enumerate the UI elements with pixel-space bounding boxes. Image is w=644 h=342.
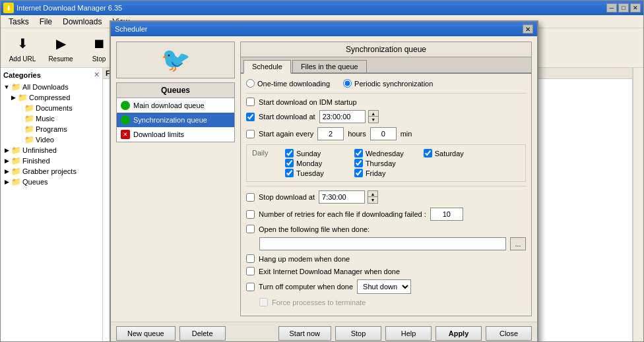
start-download-at-checkbox[interactable] bbox=[246, 113, 255, 121]
footer-left: New queue Delete bbox=[116, 326, 226, 341]
menu-tasks[interactable]: Tasks bbox=[3, 16, 34, 28]
sidebar-title: Categories bbox=[3, 71, 41, 79]
open-file-checkbox[interactable] bbox=[246, 225, 255, 233]
sidebar-label-all: All Downloads bbox=[22, 83, 69, 91]
dialog-close-button[interactable]: ✕ bbox=[523, 24, 533, 34]
browse-button[interactable]: ... bbox=[510, 237, 526, 250]
maximize-button[interactable]: □ bbox=[618, 3, 629, 13]
turn-off-checkbox[interactable] bbox=[246, 283, 255, 291]
title-bar-left: ⬇ Internet Download Manager 6.35 bbox=[3, 3, 122, 13]
turn-off-row: Turn off computer when done Shut down Re… bbox=[246, 279, 526, 294]
folder-icon-music: 📁 bbox=[24, 114, 34, 123]
folder-icon-queues: 📁 bbox=[11, 177, 21, 186]
sidebar-item-unfinished[interactable]: ▶ 📁 Unfinished bbox=[3, 145, 100, 156]
sidebar-item-programs[interactable]: 📁 Programs bbox=[3, 124, 100, 134]
stop-time-spinner[interactable]: ▲ ▼ bbox=[368, 190, 378, 204]
queue-item-main[interactable]: Main download queue bbox=[117, 98, 234, 113]
spin-up-start[interactable]: ▲ bbox=[369, 111, 378, 117]
dialog-footer: New queue Delete Start now Stop Help App… bbox=[111, 322, 537, 342]
resume-icon: ▶ bbox=[50, 33, 71, 54]
stop-download-row: Stop download at ▲ ▼ bbox=[246, 190, 526, 204]
minimize-button[interactable]: ─ bbox=[606, 3, 617, 13]
file-path-input[interactable] bbox=[259, 237, 506, 250]
radio-periodic[interactable]: Periodic synchronization bbox=[343, 79, 433, 88]
close-button[interactable]: ✕ bbox=[630, 3, 641, 13]
stop-button-footer[interactable]: Stop bbox=[335, 326, 381, 341]
start-again-label: Start again every bbox=[259, 130, 313, 138]
sidebar-item-queues[interactable]: ▶ 📁 Queues bbox=[3, 177, 100, 187]
sidebar-header: Categories ✕ bbox=[3, 71, 100, 79]
start-time-group: ▲ ▼ bbox=[319, 110, 379, 123]
resume-button[interactable]: ▶ Resume bbox=[44, 33, 77, 63]
tab-files-in-queue[interactable]: Files in the queue bbox=[292, 60, 367, 72]
start-now-button[interactable]: Start now bbox=[278, 326, 331, 341]
tree-toggle-all: ▼ bbox=[3, 84, 10, 90]
tuesday-checkbox[interactable] bbox=[285, 169, 294, 177]
start-again-min-input[interactable] bbox=[370, 127, 397, 140]
start-again-checkbox[interactable] bbox=[246, 130, 255, 138]
day-wednesday: Wednesday bbox=[354, 149, 404, 157]
retries-checkbox[interactable] bbox=[246, 210, 255, 219]
hangup-checkbox[interactable] bbox=[246, 254, 255, 263]
spin-down-start[interactable]: ▼ bbox=[369, 117, 378, 123]
spin-up-stop[interactable]: ▲ bbox=[368, 191, 377, 197]
sync-panel: Synchronization queue Schedule Files in … bbox=[240, 42, 532, 316]
queue-label-main: Main download queue bbox=[133, 101, 205, 109]
start-again-hours-input[interactable] bbox=[317, 127, 344, 140]
sidebar-close-button[interactable]: ✕ bbox=[94, 71, 100, 79]
stop-download-checkbox[interactable] bbox=[246, 193, 255, 202]
delete-button[interactable]: Delete bbox=[179, 326, 226, 341]
sidebar-item-all-downloads[interactable]: ▼ 📁 All Downloads bbox=[3, 82, 100, 92]
wednesday-checkbox[interactable] bbox=[354, 149, 363, 157]
close-button-footer[interactable]: Close bbox=[486, 326, 532, 341]
queue-item-limits[interactable]: ✕ Download limits bbox=[117, 127, 234, 142]
monday-label: Monday bbox=[296, 159, 322, 167]
start-time-input[interactable] bbox=[319, 110, 366, 123]
force-processes-checkbox[interactable] bbox=[259, 298, 268, 306]
add-url-icon: ⬇ bbox=[12, 33, 33, 54]
thursday-checkbox[interactable] bbox=[354, 159, 363, 167]
help-button[interactable]: Help bbox=[385, 326, 432, 341]
new-queue-button[interactable]: New queue bbox=[116, 326, 176, 341]
folder-icon-unfinished: 📁 bbox=[11, 146, 21, 155]
tab-schedule[interactable]: Schedule bbox=[243, 60, 291, 74]
menu-file[interactable]: File bbox=[34, 16, 57, 28]
tree-toggle-queues: ▶ bbox=[3, 179, 10, 185]
sidebar-item-grabber[interactable]: ▶ 📁 Grabber projects bbox=[3, 166, 100, 177]
sidebar-item-music[interactable]: 📁 Music bbox=[3, 113, 100, 124]
saturday-checkbox[interactable] bbox=[424, 149, 432, 157]
sunday-checkbox[interactable] bbox=[285, 149, 294, 157]
start-on-startup-checkbox[interactable] bbox=[246, 98, 255, 106]
sidebar-label-compressed: Compressed bbox=[29, 94, 70, 101]
monday-checkbox[interactable] bbox=[285, 159, 294, 167]
stop-time-input[interactable] bbox=[319, 190, 365, 204]
retries-input[interactable] bbox=[430, 208, 463, 221]
add-url-label: Add URL bbox=[9, 55, 36, 63]
folder-icon-programs: 📁 bbox=[24, 125, 34, 134]
periodic-radio[interactable] bbox=[343, 79, 352, 88]
apply-button[interactable]: Apply bbox=[435, 326, 482, 341]
scrollbar[interactable] bbox=[633, 68, 643, 342]
queue-item-sync[interactable]: Synchronization queue bbox=[117, 113, 234, 127]
exit-idm-checkbox[interactable] bbox=[246, 267, 255, 275]
folder-icon-grabber: 📁 bbox=[11, 167, 21, 176]
queue-label-limits: Download limits bbox=[133, 130, 184, 138]
add-url-button[interactable]: ⬇ Add URL bbox=[6, 33, 39, 63]
sidebar-label-video: Video bbox=[36, 136, 54, 144]
sidebar-item-compressed[interactable]: ▶ 📁 Compressed bbox=[3, 92, 100, 103]
sidebar-label-music: Music bbox=[36, 115, 55, 123]
sidebar-item-documents[interactable]: 📁 Documents bbox=[3, 103, 100, 113]
turn-off-dropdown[interactable]: Shut down Restart Hibernate Sleep bbox=[357, 279, 411, 294]
start-time-spinner[interactable]: ▲ ▼ bbox=[368, 110, 379, 123]
radio-one-time[interactable]: One-time downloading bbox=[246, 79, 330, 88]
sidebar-item-finished[interactable]: ▶ 📁 Finished bbox=[3, 156, 100, 166]
thursday-label: Thursday bbox=[366, 159, 396, 167]
menu-downloads[interactable]: Downloads bbox=[57, 16, 107, 28]
sep-2 bbox=[246, 186, 526, 186]
sidebar-item-video[interactable]: 📁 Video bbox=[3, 134, 100, 145]
file-path-row: ... bbox=[246, 237, 526, 250]
tree-toggle-grabber: ▶ bbox=[3, 168, 10, 175]
friday-checkbox[interactable] bbox=[354, 169, 363, 177]
one-time-radio[interactable] bbox=[246, 79, 255, 88]
spin-down-stop[interactable]: ▼ bbox=[368, 197, 377, 203]
